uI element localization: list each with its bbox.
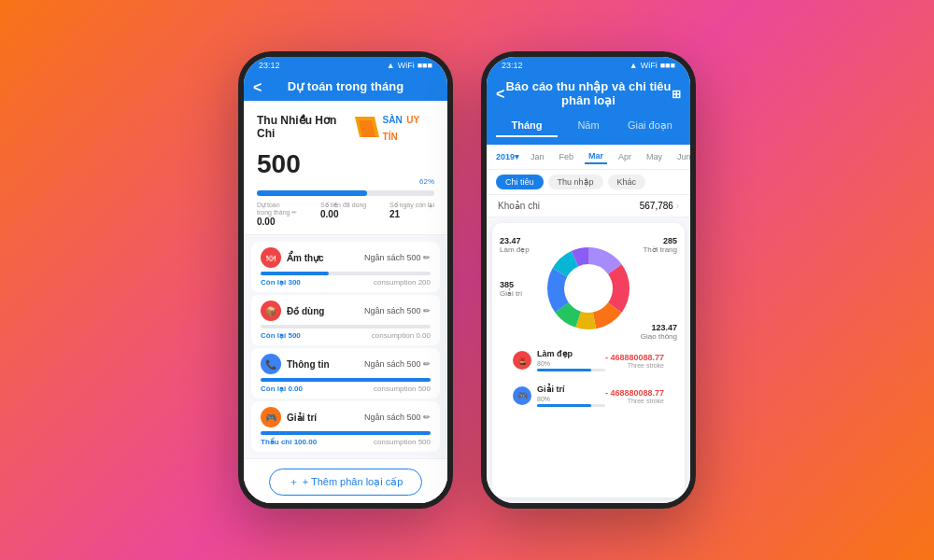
brand-row: Thu Nhiều Hơn Chi SÀN UY TÍN xyxy=(244,101,447,149)
month-mar[interactable]: Mar xyxy=(585,149,607,164)
donut-container: 23.47 Làm đẹp 285 Thời trang 385 Giải tr… xyxy=(500,232,677,344)
filter-button[interactable]: ⊞ xyxy=(672,88,681,101)
donut-label-giai-tri: 385 Giải trí xyxy=(500,280,522,298)
plus-icon: ＋ xyxy=(289,475,299,489)
bottom-item-sub: Three stroke xyxy=(605,362,664,369)
time-right: 23:12 xyxy=(502,61,523,70)
add-btn-bar: ＋ + Thêm phân loại cấp xyxy=(244,458,447,503)
cat-name: Thông tin xyxy=(287,359,330,370)
month-jan[interactable]: Jan xyxy=(527,150,548,163)
category-list: 🍽 Ẩm thực Ngân sách 500 ✏ Còn lại 300 co… xyxy=(244,235,447,458)
bottom-item[interactable]: 💄 Làm đẹp 80% - 468880088.77 Three strok… xyxy=(505,344,672,376)
bottom-item-info: Giải trí 80% xyxy=(537,385,605,407)
khoan-chi-val: 567,786 xyxy=(640,201,673,211)
donut-card: 23.47 Làm đẹp 285 Thời trang 385 Giải tr… xyxy=(492,223,685,497)
tab-năm[interactable]: Năm xyxy=(558,115,619,137)
cat-name: Đồ dùng xyxy=(287,306,324,316)
right-header-title: Báo cáo thu nhập và chi tiêu phân loại xyxy=(505,79,671,107)
right-phone-content: ThángNămGiai đoạn 2019▾JanFebMarAprMayJu… xyxy=(487,115,690,503)
type-selector: Chi tiêuThu nhậpKhác xyxy=(487,170,690,195)
tab-giai-đoạn[interactable]: Giai đoạn xyxy=(619,115,681,137)
cat-icon: 📞 xyxy=(261,354,281,374)
category-item[interactable]: 📞 Thông tin Ngân sách 500 ✏ Còn lại 0.00… xyxy=(251,348,440,399)
cat-budget: Ngân sách 500 ✏ xyxy=(364,359,431,369)
khoan-chi-right: 567,786 › xyxy=(640,201,679,211)
stat-budget-label: Dự toántrong tháng ✏ xyxy=(257,202,297,217)
stat-budget-val: 0.00 xyxy=(257,217,297,227)
stat-remain: Số ngày còn lại 21 xyxy=(389,202,434,227)
status-icons-right: ▲ WiFi ■■■ xyxy=(630,61,675,70)
bottom-item[interactable]: 🎮 Giải trí 80% - 468880088.77 Three stro… xyxy=(505,380,672,412)
cat-bar xyxy=(261,272,431,275)
khoan-chi-row[interactable]: Khoản chi 567,786 › xyxy=(487,195,690,217)
month-may[interactable]: May xyxy=(643,150,666,163)
donut-label-lam-dep: 23.47 Làm đẹp xyxy=(500,236,530,254)
progress-fill xyxy=(257,190,367,196)
left-app-header: < Dự toán trong tháng xyxy=(244,74,447,101)
cat-consumption: consumption 0.00 xyxy=(372,331,431,340)
cat-consumption: consumption 200 xyxy=(374,278,431,287)
right-app-header: < Báo cáo thu nhập và chi tiêu phân loại… xyxy=(487,74,690,115)
tab-tháng[interactable]: Tháng xyxy=(496,115,558,137)
status-bar-right: 23:12 ▲ WiFi ■■■ xyxy=(487,57,690,74)
stat-used-label: Số tiền đã dùng xyxy=(320,202,366,209)
cat-bar-fill xyxy=(261,378,431,382)
khoan-chi-label: Khoản chi xyxy=(498,201,540,211)
progress-section: 62% Dự toántrong tháng ✏ 0.00 Số tiền đã… xyxy=(244,185,447,235)
left-phone: 23:12 ▲ WiFi ■■■ < Dự toán trong tháng T… xyxy=(238,51,453,509)
budget-amount: 500 xyxy=(244,149,447,185)
cat-bar xyxy=(261,431,431,435)
bottom-item-name: Làm đẹp xyxy=(537,349,605,358)
cat-name: Giải trí xyxy=(287,413,317,423)
back-button-left[interactable]: < xyxy=(253,79,262,96)
progress-bar: 62% xyxy=(257,190,434,196)
category-item[interactable]: 📦 Đồ dùng Ngân sách 500 ✏ Còn lại 500 co… xyxy=(251,295,440,345)
cat-bar-fill xyxy=(261,272,329,275)
cat-budget: Ngân sách 500 ✏ xyxy=(364,413,431,422)
year-selector[interactable]: 2019▾ xyxy=(496,152,519,161)
cat-remain: Còn lại 300 xyxy=(261,278,301,287)
month-jun[interactable]: Jun xyxy=(673,150,690,163)
back-button-right[interactable]: < xyxy=(496,86,504,103)
bottom-item-amount: - 468880088.77 xyxy=(605,353,664,362)
cat-budget: Ngân sách 500 ✏ xyxy=(364,253,431,262)
stat-used: Số tiền đã dùng 0.00 xyxy=(320,202,366,227)
cat-bar xyxy=(261,325,431,329)
cat-bar-fill xyxy=(261,431,431,435)
khoan-chi-chevron: › xyxy=(676,201,679,211)
add-btn-label: + Thêm phân loại cấp xyxy=(303,476,403,488)
month-apr[interactable]: Apr xyxy=(615,150,635,163)
bottom-item-name: Giải trí xyxy=(537,385,605,394)
month-feb[interactable]: Feb xyxy=(556,150,578,163)
donut-labels: 23.47 Làm đẹp 285 Thời trang 385 Giải tr… xyxy=(500,232,677,344)
type-btn-chi-tiêu[interactable]: Chi tiêu xyxy=(496,175,544,189)
brand-logo: SÀN UY TÍN xyxy=(355,110,434,144)
bottom-list: 💄 Làm đẹp 80% - 468880088.77 Three strok… xyxy=(500,344,677,419)
cat-icon: 📦 xyxy=(261,301,281,321)
category-item[interactable]: 🍽 Ẩm thực Ngân sách 500 ✏ Còn lại 300 co… xyxy=(251,242,440,292)
category-item[interactable]: 🎮 Giải trí Ngân sách 500 ✏ Thấu chi 100.… xyxy=(251,401,440,452)
cat-budget: Ngân sách 500 ✏ xyxy=(364,306,431,315)
cat-remain: Còn lại 0.00 xyxy=(261,385,303,393)
cat-icon: 🍽 xyxy=(261,247,281,268)
right-phone: 23:12 ▲ WiFi ■■■ < Báo cáo thu nhập và c… xyxy=(481,51,696,509)
cat-consumption: consumption 500 xyxy=(374,385,431,393)
brand-slogan: Thu Nhiều Hơn Chi xyxy=(257,114,355,140)
status-icons-left: ▲ WiFi ■■■ xyxy=(387,61,432,70)
left-header-title: Dự toán trong tháng xyxy=(288,79,403,93)
time-left: 23:12 xyxy=(259,61,280,70)
bottom-item-icon: 🎮 xyxy=(513,386,531,405)
logo-shape xyxy=(355,117,379,137)
bottom-item-amount: - 468880088.77 xyxy=(605,388,664,398)
cat-icon: 🎮 xyxy=(261,407,281,427)
bottom-item-sub: Three stroke xyxy=(605,398,664,404)
stat-remain-label: Số ngày còn lại xyxy=(389,202,434,209)
type-btn-khác[interactable]: Khác xyxy=(608,175,646,189)
year-month-row: 2019▾JanFebMarAprMayJun xyxy=(487,145,690,170)
donut-label-thoi-trang: 285 Thời trang xyxy=(643,236,677,254)
type-btn-thu-nhập[interactable]: Thu nhập xyxy=(548,175,603,189)
cat-bar xyxy=(261,378,431,382)
bottom-item-icon: 💄 xyxy=(513,351,531,370)
add-category-button[interactable]: ＋ + Thêm phân loại cấp xyxy=(269,469,423,496)
cat-remain: Còn lại 500 xyxy=(261,331,301,340)
